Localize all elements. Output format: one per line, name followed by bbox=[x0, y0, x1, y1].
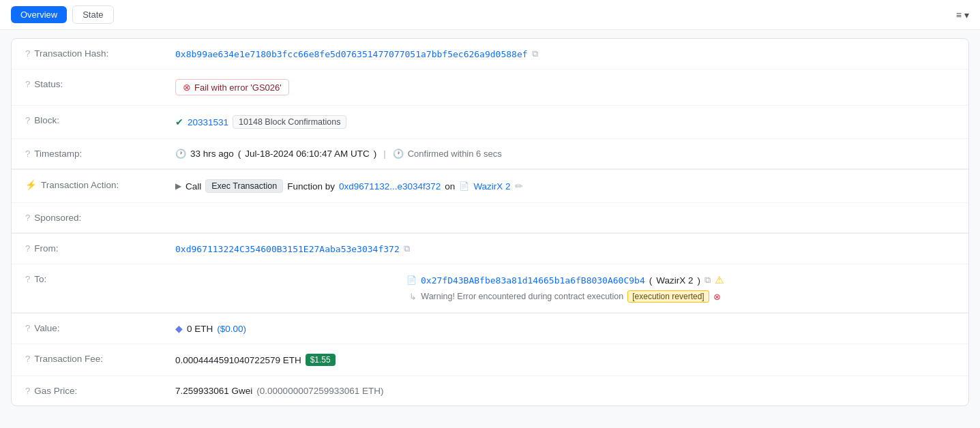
help-icon-fee[interactable]: ? bbox=[25, 354, 30, 364]
fail-dot-icon: ⊗ bbox=[183, 82, 191, 93]
block-number-link[interactable]: 20331531 bbox=[188, 117, 228, 127]
top-bar: Overview State ≡ ▾ bbox=[0, 0, 980, 30]
to-address-line: 📄 0x27fD43BABfbe83a81d14665b1a6fB8030A60… bbox=[406, 274, 724, 286]
timestamp-paren: ) bbox=[374, 149, 377, 159]
from-label: ? From: bbox=[25, 243, 175, 254]
copy-to-icon[interactable]: ⧉ bbox=[704, 275, 711, 286]
list-dropdown[interactable]: ≡ ▾ bbox=[956, 10, 969, 20]
help-icon-status[interactable]: ? bbox=[25, 79, 30, 89]
value-eth: 0 ETH bbox=[187, 324, 213, 334]
status-badge: ⊗ Fail with error 'GS026' bbox=[175, 79, 289, 95]
help-icon-timestamp[interactable]: ? bbox=[25, 149, 30, 159]
from-value-container: 0xd967113224C354600B3151E27Aaba53e3034f3… bbox=[175, 243, 955, 254]
list-icon: ≡ bbox=[956, 10, 962, 20]
clock-icon: 🕐 bbox=[175, 149, 186, 159]
row-hash: ? Transaction Hash: 0x8b99ae634e1e7180b3… bbox=[12, 39, 968, 70]
arrow-right-icon: ▶ bbox=[175, 181, 181, 191]
copy-from-icon[interactable]: ⧉ bbox=[404, 243, 410, 254]
timestamp-full-value: Jul-18-2024 06:10:47 AM UTC bbox=[245, 149, 369, 159]
separator: | bbox=[383, 149, 386, 159]
help-icon-from[interactable]: ? bbox=[25, 243, 30, 254]
row-block: ? Block: ✔ 20331531 10148 Block Confirma… bbox=[12, 106, 968, 139]
gas-value-container: 7.259933061 Gwei (0.000000007259933061 E… bbox=[175, 386, 955, 396]
sponsored-label: ? Sponsored: bbox=[25, 213, 175, 223]
confirmed-text: Confirmed within 6 secs bbox=[408, 149, 502, 159]
fee-label: ? Transaction Fee: bbox=[25, 354, 175, 364]
timestamp-full: ( bbox=[238, 149, 241, 159]
lightning-icon: ⚡ bbox=[25, 179, 37, 190]
to-contract-name: ( bbox=[649, 275, 653, 286]
timestamp-value-container: 🕐 33 hrs ago ( Jul-18-2024 06:10:47 AM U… bbox=[175, 149, 955, 159]
row-to: ? To: 📄 0x27fD43BABfbe83a81d14665b1a6fB8… bbox=[12, 264, 968, 313]
contract-icon: 📄 bbox=[459, 181, 469, 191]
action-function-text: Function by bbox=[287, 181, 335, 192]
row-fee: ? Transaction Fee: 0.00044445910407225​7… bbox=[12, 344, 968, 376]
value-value-container: ◆ 0 ETH ($0.00) bbox=[175, 323, 955, 334]
gas-gwei-value: 7.259933061 Gwei bbox=[175, 386, 252, 396]
clock-confirmed-icon: 🕐 bbox=[393, 149, 404, 159]
warning-triangle-icon: ⚠ bbox=[715, 274, 724, 286]
tab-group: Overview State bbox=[11, 5, 114, 24]
timestamp-label: ? Timestamp: bbox=[25, 149, 175, 159]
to-contract-paren: ) bbox=[698, 275, 701, 286]
row-gas: ? Gas Price: 7.259933061 Gwei (0.0000000… bbox=[12, 376, 968, 406]
exec-badge: Exec Transaction bbox=[205, 179, 283, 193]
row-status: ? Status: ⊗ Fail with error 'GS026' bbox=[12, 70, 968, 106]
edit-icon[interactable]: ✏ bbox=[515, 181, 523, 192]
help-icon-to[interactable]: ? bbox=[25, 274, 30, 284]
value-usd: ($0.00) bbox=[217, 324, 246, 334]
help-icon-value[interactable]: ? bbox=[25, 323, 30, 333]
value-label: ? Value: bbox=[25, 323, 175, 333]
row-sponsored: ? Sponsored: bbox=[12, 203, 968, 233]
action-by-addr-link[interactable]: 0xd9671132...e3034f372 bbox=[339, 181, 441, 192]
arrow-warning-icon: ↳ bbox=[409, 292, 417, 302]
row-from: ? From: 0xd967113224C354600B3151E27Aaba5… bbox=[12, 234, 968, 264]
block-label: ? Block: bbox=[25, 115, 175, 125]
revert-badge: [execution reverted] bbox=[627, 290, 709, 303]
hash-value[interactable]: 0x8b99ae634e1e7180b3fcc66e8fe5d076351477… bbox=[175, 49, 528, 59]
to-contract-icon: 📄 bbox=[406, 275, 417, 285]
help-icon-block[interactable]: ? bbox=[25, 115, 30, 125]
to-label: ? To: bbox=[25, 274, 175, 284]
status-value-container: ⊗ Fail with error 'GS026' bbox=[175, 79, 955, 95]
hash-label: ? Transaction Hash: bbox=[25, 48, 175, 59]
check-circle-icon: ✔ bbox=[175, 117, 183, 127]
help-icon-sponsored[interactable]: ? bbox=[25, 213, 30, 223]
revert-icon: ⊗ bbox=[713, 292, 721, 302]
action-on-text: on bbox=[445, 181, 455, 192]
fee-eth-value: 0.00044445910407225​79 ETH bbox=[175, 355, 301, 365]
action-call: Call bbox=[185, 181, 201, 192]
gas-label: ? Gas Price: bbox=[25, 386, 175, 396]
copy-hash-icon[interactable]: ⧉ bbox=[532, 48, 538, 59]
transaction-card: ? Transaction Hash: 0x8b99ae634e1e7180b3… bbox=[11, 38, 969, 406]
to-addr-link[interactable]: 0x27fD43BABfbe83a81d14665b1a6fB8030A60C9… bbox=[421, 275, 645, 286]
help-icon-hash[interactable]: ? bbox=[25, 48, 30, 59]
hash-value-container: 0x8b99ae634e1e7180b3fcc66e8fe5d076351477… bbox=[175, 48, 955, 59]
row-timestamp: ? Timestamp: 🕐 33 hrs ago ( Jul-18-2024 … bbox=[12, 139, 968, 169]
fee-value-container: 0.00044445910407225​79 ETH $1.55 bbox=[175, 354, 955, 366]
to-contract-name-value: WazirX 2 bbox=[656, 275, 693, 286]
action-value-container: ▶ Call Exec Transaction Function by 0xd9… bbox=[175, 179, 955, 193]
to-warning-line: ↳ Warning! Error encountered during cont… bbox=[409, 290, 720, 303]
to-value-container: 📄 0x27fD43BABfbe83a81d14665b1a6fB8030A60… bbox=[175, 274, 955, 303]
action-label: ⚡ Transaction Action: bbox=[25, 179, 175, 190]
confirmations-badge: 10148 Block Confirmations bbox=[233, 115, 346, 129]
tab-overview[interactable]: Overview bbox=[11, 6, 67, 23]
from-addr-link[interactable]: 0xd967113224C354600B3151E27Aaba53e3034f3… bbox=[175, 244, 400, 254]
eth-diamond-icon: ◆ bbox=[175, 323, 183, 334]
status-label: ? Status: bbox=[25, 79, 175, 89]
row-value: ? Value: ◆ 0 ETH ($0.00) bbox=[12, 314, 968, 344]
chevron-down-icon: ▾ bbox=[964, 10, 969, 20]
action-contract-link[interactable]: WazirX 2 bbox=[473, 181, 510, 192]
fee-usd-badge: $1.55 bbox=[306, 354, 336, 366]
gas-eth-value: (0.000000007259933061 ETH) bbox=[256, 386, 383, 396]
block-value-container: ✔ 20331531 10148 Block Confirmations bbox=[175, 115, 955, 129]
row-action: ⚡ Transaction Action: ▶ Call Exec Transa… bbox=[12, 170, 968, 203]
timestamp-ago: 33 hrs ago bbox=[190, 149, 234, 159]
tab-state[interactable]: State bbox=[72, 5, 113, 24]
warning-text-content: Warning! Error encountered during contra… bbox=[421, 292, 623, 301]
help-icon-gas[interactable]: ? bbox=[25, 386, 30, 396]
